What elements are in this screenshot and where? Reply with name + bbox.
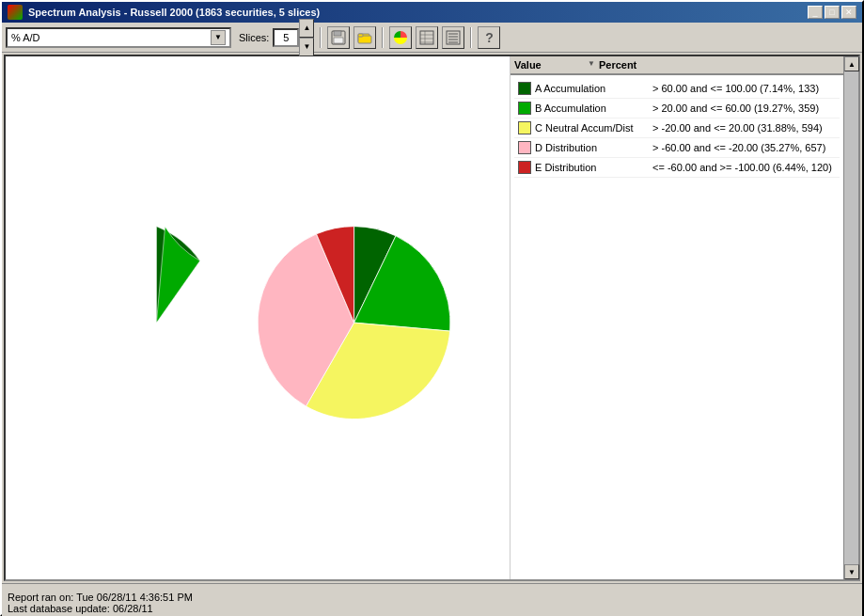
status-line-1: Report ran on: Tue 06/28/11 4:36:51 PM: [8, 592, 856, 603]
scroll-up-button[interactable]: ▲: [844, 56, 859, 71]
slices-input[interactable]: [273, 28, 299, 47]
toolbar: % A/D ▼ Slices: ▲ ▼: [2, 23, 862, 53]
app-icon: [8, 5, 23, 20]
pie-chart-final: [253, 97, 455, 539]
help-button[interactable]: ?: [478, 26, 500, 49]
main-content: Value ▼ Percent A Accumulation > 60.00 a…: [4, 55, 860, 581]
legend-rows: A Accumulation > 60.00 and <= 100.00 (7.…: [511, 75, 843, 182]
slices-up-button[interactable]: ▲: [299, 19, 314, 38]
color-swatch-a: [518, 82, 531, 95]
indicator-dropdown[interactable]: % A/D ▼: [6, 27, 231, 48]
list-item: D Distribution > -60.00 and <= -20.00 (3…: [514, 138, 840, 158]
pie-svg: [60, 102, 253, 534]
toolbar-separator-3: [470, 27, 472, 48]
legend-name-c: C Neutral Accum/Dist: [535, 122, 652, 134]
legend-area: Value ▼ Percent A Accumulation > 60.00 a…: [510, 56, 843, 579]
status-line-2: Last database update: 06/28/11: [8, 603, 856, 614]
list-item: A Accumulation > 60.00 and <= 100.00 (7.…: [514, 79, 840, 99]
title-bar-buttons: _ □ ✕: [808, 6, 856, 19]
toolbar-separator-1: [320, 27, 322, 48]
save-button[interactable]: [327, 26, 350, 49]
list-item: B Accumulation > 20.00 and <= 60.00 (19.…: [514, 99, 840, 118]
dropdown-arrow-icon[interactable]: ▼: [211, 30, 226, 45]
maximize-button[interactable]: □: [825, 6, 840, 19]
list-item: E Distribution <= -60.00 and >= -100.00 …: [514, 158, 840, 178]
dropdown-value: % A/D: [11, 32, 40, 43]
title-bar: Spectrum Analysis - Russell 2000 (1863 s…: [2, 2, 862, 23]
legend-header: Value ▼ Percent: [511, 56, 843, 75]
scroll-track[interactable]: [844, 71, 858, 564]
legend-name-a: A Accumulation: [535, 83, 652, 94]
legend-value-c: > -20.00 and <= 20.00 (31.88%, 594): [652, 122, 823, 134]
status-bar: Report ran on: Tue 06/28/11 4:36:51 PM L…: [2, 583, 862, 616]
open-button[interactable]: [353, 26, 376, 49]
vertical-scrollbar[interactable]: ▲ ▼: [843, 56, 858, 579]
value-column-header: Value: [514, 59, 588, 71]
minimize-button[interactable]: _: [808, 6, 823, 19]
color-swatch-c: [518, 121, 531, 134]
legend-name-b: B Accumulation: [535, 103, 652, 114]
main-window: Spectrum Analysis - Russell 2000 (1863 s…: [0, 0, 864, 616]
slices-label: Slices:: [239, 32, 269, 43]
legend-name-d: D Distribution: [535, 142, 652, 153]
pie-chart: [60, 87, 455, 548]
percent-column-header: Percent: [599, 59, 636, 71]
window-title: Spectrum Analysis - Russell 2000 (1863 s…: [28, 7, 320, 18]
legend-value-b: > 20.00 and <= 60.00 (19.27%, 359): [652, 103, 819, 114]
list-item: C Neutral Accum/Dist > -20.00 and <= 20.…: [514, 118, 840, 138]
slices-down-button[interactable]: ▼: [299, 38, 314, 56]
svg-rect-5: [358, 34, 363, 37]
grid-button[interactable]: [416, 26, 438, 49]
scroll-down-button[interactable]: ▼: [844, 564, 859, 579]
details-button[interactable]: [442, 26, 464, 49]
svg-rect-2: [334, 38, 343, 43]
color-swatch-b: [518, 102, 531, 115]
close-button[interactable]: ✕: [841, 6, 856, 19]
toolbar-separator-2: [382, 27, 384, 48]
color-swatch-e: [518, 161, 531, 174]
legend-value-d: > -60.00 and <= -20.00 (35.27%, 657): [652, 142, 825, 153]
color-swatch-d: [518, 141, 531, 154]
svg-rect-1: [334, 31, 341, 36]
legend-value-a: > 60.00 and <= 100.00 (7.14%, 133): [652, 83, 819, 94]
sort-icon[interactable]: ▼: [588, 59, 595, 71]
legend-value-e: <= -60.00 and >= -100.00 (6.44%, 120): [652, 162, 832, 173]
chart-toggle-button[interactable]: [389, 26, 412, 49]
legend-name-e: E Distribution: [535, 162, 652, 173]
chart-area: [6, 56, 510, 579]
